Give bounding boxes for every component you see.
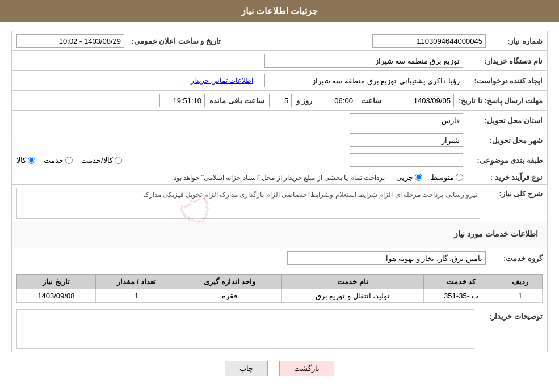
radio-kala-khedmat-label: کالا/خدمت — [81, 156, 113, 165]
shrh-value: نیرو رسانی پرداخت مرحله ای الزام شرایط ا… — [16, 188, 480, 219]
ijad-input[interactable] — [264, 74, 463, 87]
nooe-radio-group: متوسط جزیی — [396, 173, 463, 182]
cell-vahed: فقره — [178, 289, 281, 303]
radio-kala-label: کالا — [16, 156, 26, 165]
tarikh-label: تاریخ و ساعت اعلان عمومی: — [130, 37, 221, 45]
cell-radif: 1 — [498, 289, 543, 303]
services-title: اطلاعات خدمات مورد نیاز — [16, 226, 543, 242]
tousif-label: توصیحات خریدار: — [480, 309, 543, 321]
page-header: جزئیات اطلاعات نیاز — [0, 0, 559, 22]
grooh-input[interactable] — [287, 251, 486, 265]
shahr-input[interactable] — [350, 133, 463, 147]
col-kod: کد خدمت — [424, 275, 498, 289]
col-nam: نام خدمت — [281, 275, 424, 289]
radio-motavasset-label: متوسط — [431, 173, 454, 182]
tabaqe-radio-group: کالا/خدمت خدمت کالا — [16, 156, 122, 165]
radio-kala-input[interactable] — [28, 157, 35, 164]
tousif-textarea[interactable] — [16, 309, 474, 349]
shomara-input[interactable] — [372, 34, 486, 48]
ijad-label: ایجاد کننده درخواست: — [469, 77, 543, 85]
name-darkhast-input[interactable] — [264, 54, 463, 68]
ostan-input[interactable] — [350, 113, 463, 127]
mohlet-saat-input[interactable] — [317, 94, 356, 107]
radio-kala-khedmat[interactable]: کالا/خدمت — [81, 156, 122, 165]
cell-tarikh: 1403/09/08 — [17, 289, 96, 303]
radio-jozyi-label: جزیی — [396, 173, 413, 182]
col-tedad: تعداد / مقدار — [95, 275, 178, 289]
table-row: 1 ت -35-351 تولید، انتقال و توزیع برق فق… — [17, 289, 543, 303]
mohlet-label: مهلت ارسال پاسخ: تا تاریخ: — [459, 96, 543, 105]
mohlet-rooz-label: روز و — [296, 96, 312, 105]
buttons-row: بازگشت چاپ — [11, 352, 548, 382]
cell-tedad: 1 — [95, 289, 178, 303]
nooe-label: نوع فرآیند خرید : — [469, 173, 543, 182]
page-title: جزئیات اطلاعات نیاز — [241, 6, 318, 16]
radio-khedmat-label: خدمت — [44, 156, 64, 165]
cell-kod: ت -35-351 — [424, 289, 498, 303]
back-button[interactable]: بازگشت — [279, 361, 334, 376]
grooh-label: گروه خدمت: — [491, 254, 543, 263]
mohlet-date-input[interactable] — [386, 94, 454, 107]
radio-jozyi[interactable]: جزیی — [396, 173, 422, 182]
radio-kala-khedmat-input[interactable] — [115, 157, 122, 164]
name-darkhast-label: نام دستگاه خریدار: — [469, 57, 543, 65]
mohlet-rooz-input[interactable] — [269, 94, 292, 107]
print-button[interactable]: چاپ — [225, 361, 268, 376]
cell-nam: تولید، انتقال و توزیع برق — [281, 289, 424, 303]
services-table: ردیف کد خدمت نام خدمت واحد اندازه گیری ت… — [16, 274, 543, 303]
tabaqe-input[interactable] — [350, 153, 463, 167]
shomara-label: شماره نیاز: — [491, 37, 543, 45]
contact-link[interactable]: اطلاعات تماس خریدار — [191, 77, 253, 85]
col-radif: ردیف — [498, 275, 543, 289]
radio-khedmat[interactable]: خدمت — [44, 156, 73, 165]
col-tarikh: تاریخ نیاز — [17, 275, 96, 289]
radio-motavasset[interactable]: متوسط — [431, 173, 463, 182]
col-vahed: واحد اندازه گیری — [178, 275, 281, 289]
radio-khedmat-input[interactable] — [65, 157, 73, 164]
shrh-label: شرح کلی نیاز: — [486, 188, 543, 198]
radio-kala[interactable]: کالا — [16, 156, 35, 165]
tarikh-input[interactable] — [16, 34, 124, 48]
tabaqe-label: طبقه بندی موضوعی: — [469, 156, 543, 165]
ostan-label: استان محل تحویل: — [469, 116, 543, 125]
nooe-note: پرداخت تمام یا بخشی از مبلغ خریدار از مح… — [172, 174, 385, 182]
radio-motavasset-input[interactable] — [456, 174, 463, 181]
radio-jozyi-input[interactable] — [415, 174, 422, 181]
mohlet-baghimande-input[interactable] — [159, 94, 205, 107]
mohlet-saat-label: ساعت — [361, 96, 381, 105]
shahr-label: شهر محل تحویل: — [469, 136, 543, 145]
mohlet-baghimande-label: ساعت باقی مانده — [209, 96, 264, 105]
